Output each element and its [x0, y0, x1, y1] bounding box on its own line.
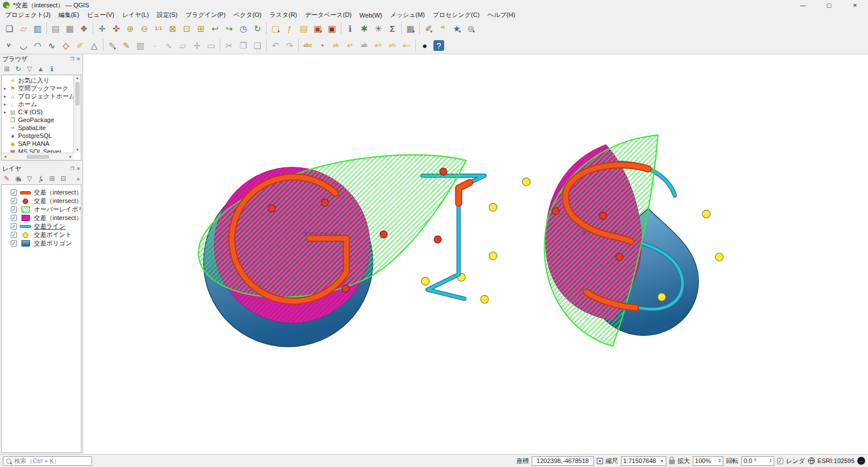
map-canvas-svg[interactable]: オーバーレイ1 オーバーレイ2 — [83, 54, 868, 454]
enable-properties-widget-button[interactable]: ℹ — [46, 63, 58, 75]
scale-dropdown-arrow[interactable]: ▼ — [660, 459, 664, 463]
layer-item[interactable]: ✓交差ライン — [2, 222, 81, 231]
scroll-left-icon[interactable]: ◄ — [3, 155, 7, 158]
scroll-down-icon[interactable]: ▼ — [76, 147, 79, 153]
browser-item-favorites[interactable]: ★お気に入り — [2, 76, 81, 84]
browser-item-project-home[interactable]: ▸⌂プロジェクトホーム — [2, 92, 81, 100]
close-panel-icon[interactable]: ✕ — [76, 57, 80, 62]
scrollbar-thumb[interactable] — [75, 82, 80, 106]
browser-item-spatial-bookmarks[interactable]: ▸⚑空間ブックマーク — [2, 84, 81, 92]
current-edits-dropdown-arrow[interactable]: ▾ — [114, 46, 116, 53]
toggle-editing-button[interactable]: ✎ — [119, 38, 133, 53]
browser-item-geopackage[interactable]: ❒GeoPackage — [2, 116, 81, 124]
scrollbar-thumb[interactable] — [27, 155, 49, 159]
refresh-map-button[interactable]: ↻ — [250, 21, 264, 36]
open-layer-styling-panel-button[interactable]: ✎ — [1, 173, 12, 184]
zoom-to-layer-button[interactable]: ⊞ — [194, 21, 208, 36]
menu-item-5[interactable]: プラグイン(P) — [181, 10, 229, 20]
statistics-summary-button[interactable]: Σ — [385, 21, 400, 36]
float-panel-icon[interactable]: ❐ — [70, 57, 74, 62]
browser-item-sap-hana[interactable]: ◆SAP HANA — [2, 140, 81, 148]
digitize-with-curve-button[interactable]: ◠ — [31, 38, 45, 53]
zoom-native-button[interactable]: 1:1 — [151, 21, 166, 36]
browser-item-spatialite[interactable]: ✑SpatiaLite — [2, 124, 81, 132]
cut-features-button[interactable]: ✂ — [222, 38, 236, 53]
menu-item-3[interactable]: レイヤ(L) — [118, 10, 153, 20]
collapse-all-layers-button[interactable]: ⊟ — [58, 173, 69, 184]
scale-combobox[interactable]: 1:71507648 ▼ — [621, 456, 666, 466]
maximize-button[interactable]: ▢ — [816, 0, 842, 10]
layer-item[interactable]: ✓交差（intersect）▤ — [2, 188, 81, 197]
menu-item-2[interactable]: ビュー(V) — [83, 10, 118, 20]
show-layout-manager-button[interactable]: ▦ — [63, 21, 77, 36]
identify-features-button[interactable]: ℹ — [343, 21, 357, 36]
crs-globe-icon[interactable] — [808, 457, 815, 464]
refresh-browser-button[interactable]: ↻ — [12, 63, 24, 75]
filter-legend-by-expression-button[interactable]: ƒ▾ — [35, 173, 46, 184]
new-print-layout-button[interactable]: ▤ — [49, 21, 63, 36]
expand-arrow-icon[interactable]: ▸ — [3, 94, 7, 99]
menu-item-6[interactable]: ベクタ(O) — [229, 10, 266, 20]
expand-arrow-icon[interactable]: ▸ — [3, 86, 7, 91]
close-panel-icon[interactable]: ✕ — [76, 166, 80, 171]
filter-legend-button[interactable]: ▽ — [24, 173, 35, 184]
deselect-features-button[interactable]: ▣▾ — [311, 21, 325, 36]
layer-visibility-checkbox[interactable]: ✓ — [11, 240, 17, 247]
layer-item[interactable]: ✓交差ポリゴン — [2, 239, 81, 248]
expand-arrow-icon[interactable]: ▸ — [3, 110, 7, 115]
rotate-label-button[interactable]: a↻ — [385, 38, 400, 53]
select-features-button[interactable]: ▢▾ — [268, 21, 283, 36]
select-by-form-button[interactable]: ▤ — [297, 21, 311, 36]
zoom-to-selection-button[interactable]: ⊡ — [180, 21, 194, 36]
select-by-expression-button[interactable]: ƒ — [283, 21, 297, 36]
open-attribute-table-button[interactable]: ▦▾ — [403, 21, 418, 36]
manage-map-themes-dropdown-arrow[interactable]: ▾ — [19, 178, 21, 184]
pan-map-button[interactable]: ✛ — [95, 21, 109, 36]
show-bookmarks-button[interactable]: ⊚▾ — [464, 21, 478, 36]
float-panel-icon[interactable]: ❐ — [70, 166, 74, 171]
vertex-tool-button[interactable]: V· — [2, 38, 16, 53]
spinner-arrows-icon[interactable]: ▲▼ — [769, 459, 771, 463]
snapping-options-button[interactable]: ◇ — [59, 38, 73, 53]
menu-item-12[interactable]: ヘルプ(H) — [484, 10, 519, 20]
map-canvas[interactable]: オーバーレイ1 オーバーレイ2 — [83, 54, 868, 454]
save-layer-edits-button[interactable]: ▥ — [133, 38, 147, 53]
filter-legend-by-expression-dropdown-arrow[interactable]: ▾ — [41, 178, 43, 184]
show-hide-labels-button[interactable]: ab — [357, 38, 371, 53]
advanced-digitizing-panel-button[interactable]: △ — [87, 38, 101, 53]
zoom-next-button[interactable]: ↪ — [222, 21, 236, 36]
metasearch-button[interactable]: ● — [418, 38, 432, 53]
search-input[interactable]: 検索（Ctrl + K） — [3, 456, 92, 466]
scroll-up-icon[interactable]: ▲ — [76, 75, 79, 81]
show-bookmarks-dropdown-arrow[interactable]: ▾ — [473, 29, 475, 36]
menu-item-8[interactable]: データベース(D) — [301, 10, 355, 20]
menu-item-11[interactable]: プロセシング(C) — [429, 10, 484, 20]
zoom-out-button[interactable]: ⊖ — [137, 21, 151, 36]
pin-unpin-labels-button[interactable]: a+ — [343, 38, 357, 53]
add-line-feature-button[interactable]: ∿ — [162, 38, 176, 53]
extents-icon[interactable] — [597, 458, 603, 464]
deselect-from-all-layers-button[interactable]: ▣ — [325, 21, 339, 36]
toolbar-overflow-chevron[interactable]: » — [76, 176, 81, 182]
redo-button[interactable]: ↷ — [283, 38, 297, 53]
browser-item-drive[interactable]: ▸▤C:¥ (OS) — [2, 108, 81, 116]
menu-item-1[interactable]: 編集(E) — [54, 10, 83, 20]
circular-string-digitize-button[interactable]: ◡ — [16, 38, 31, 53]
save-project-button[interactable]: ▥ — [31, 21, 45, 36]
coordinate-input[interactable]: 1202398,-4678518 — [532, 456, 594, 466]
run-feature-action-button[interactable]: ✱ — [357, 21, 371, 36]
browser-item-home[interactable]: ▸⌂ホーム — [2, 100, 81, 108]
expand-arrow-icon[interactable]: ▸ — [3, 102, 7, 107]
zoom-full-button[interactable]: ⊠ — [166, 21, 180, 36]
layer-visibility-checkbox[interactable]: ✓ — [11, 189, 17, 196]
current-edits-button[interactable]: ✎▾ — [105, 38, 119, 53]
layer-item[interactable]: ✓交差（intersect）▤ — [2, 197, 81, 205]
measure-button[interactable]: ✐▾ — [422, 21, 436, 36]
highlight-pinned-labels-button[interactable]: ab — [329, 38, 343, 53]
new-project-button[interactable]: ❏ — [2, 21, 16, 36]
menu-item-7[interactable]: ラスタ(R) — [266, 10, 301, 20]
tracing-button[interactable]: ✐ — [73, 38, 87, 53]
layer-labeling-button[interactable]: abc — [301, 38, 315, 53]
rotation-spinbox[interactable]: 0.0 ° ▲▼ — [741, 456, 774, 466]
style-manager-button[interactable]: ❖ — [77, 21, 91, 36]
